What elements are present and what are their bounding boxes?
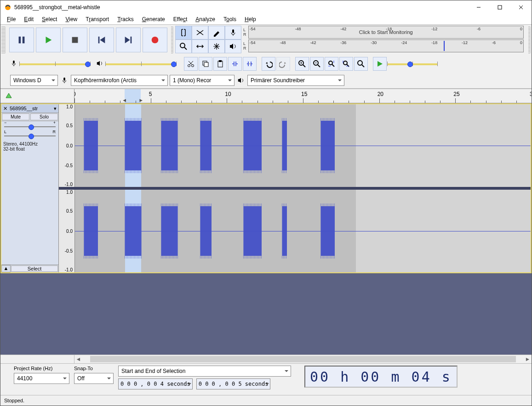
toolbars: LR -54 -48 -42 Click to Start Monitoring… bbox=[0, 24, 532, 89]
ruler-selection: ◄► bbox=[125, 89, 141, 103]
mic-icon bbox=[60, 77, 69, 84]
menu-effect[interactable]: Effect bbox=[170, 15, 191, 23]
paste-button[interactable] bbox=[213, 57, 227, 71]
menu-analyze[interactable]: Analyze bbox=[192, 15, 219, 23]
timeline-ruler[interactable]: ◄► 051015202530 bbox=[0, 89, 532, 103]
pause-button[interactable] bbox=[9, 28, 34, 52]
toolbar-grip[interactable] bbox=[171, 27, 173, 53]
svg-line-37 bbox=[362, 65, 364, 67]
audio-host-select[interactable]: Windows D bbox=[10, 75, 58, 86]
minimize-button[interactable] bbox=[468, 0, 489, 14]
pin-icon[interactable] bbox=[4, 91, 13, 101]
menu-file[interactable]: File bbox=[3, 15, 19, 23]
svg-rect-2 bbox=[498, 6, 502, 9]
window-title: 568995__strongbot__metal-whistle bbox=[14, 4, 468, 11]
play-button[interactable] bbox=[36, 28, 61, 52]
waveform-right[interactable] bbox=[75, 190, 531, 272]
menu-file-label: ile bbox=[10, 16, 16, 23]
track-select-button[interactable]: Select bbox=[11, 265, 58, 272]
selection-start-field[interactable]: 0 0 0 , 0 0 4 seconds bbox=[118, 378, 193, 389]
menu-tools[interactable]: Tools bbox=[220, 15, 240, 23]
scroll-left-button[interactable]: ◄ bbox=[74, 355, 82, 363]
selection-format-select[interactable]: Start and End of Selection bbox=[118, 366, 291, 377]
svg-rect-12 bbox=[131, 37, 132, 44]
recording-volume-slider[interactable] bbox=[19, 60, 91, 68]
menu-tracks[interactable]: Tracks bbox=[114, 15, 137, 23]
redo-button[interactable] bbox=[276, 57, 290, 71]
track-menu-button[interactable]: ▾ bbox=[54, 106, 58, 112]
toolbar-grip[interactable] bbox=[528, 27, 531, 53]
silence-button[interactable] bbox=[243, 57, 257, 71]
svg-point-19 bbox=[192, 65, 194, 67]
playback-meter[interactable]: -54 -48 -42 -36 -30 -24 -18 -12 -6 0 bbox=[248, 39, 524, 52]
toolbar-grip[interactable] bbox=[1, 27, 6, 53]
skip-end-button[interactable] bbox=[116, 28, 141, 52]
tracks-area: ✕ 568995__str ▾ Mute Solo − + bbox=[0, 103, 532, 355]
maximize-button[interactable] bbox=[489, 0, 510, 14]
amplitude-scale-right: 1.0 0.5 0.0 -0.5 -1.0 bbox=[59, 190, 75, 272]
project-rate-select[interactable]: 44100 bbox=[14, 373, 69, 384]
rec-meter-placeholder[interactable]: Click to Start Monitoring bbox=[249, 26, 524, 38]
record-button[interactable] bbox=[143, 28, 167, 52]
mic-meter-icon[interactable] bbox=[225, 26, 241, 39]
playback-volume-slider[interactable] bbox=[105, 60, 177, 68]
menu-help[interactable]: Help bbox=[241, 15, 260, 23]
track-pan-slider[interactable]: L R bbox=[4, 134, 56, 138]
menu-generate[interactable]: Generate bbox=[138, 15, 169, 23]
waveform-left[interactable] bbox=[75, 104, 531, 187]
close-button[interactable] bbox=[510, 0, 532, 14]
undo-button[interactable] bbox=[262, 57, 275, 71]
audio-position-display[interactable]: 00 h 00 m 04 s bbox=[304, 366, 458, 388]
menu-transport[interactable]: Transport bbox=[82, 15, 113, 23]
recording-device-select[interactable]: Kopfhörermikrofon (Arctis bbox=[71, 75, 168, 86]
track-name[interactable]: 568995__str bbox=[9, 106, 54, 111]
svg-rect-21 bbox=[204, 62, 208, 67]
title-bar: 568995__strongbot__metal-whistle bbox=[0, 0, 532, 14]
fit-project-button[interactable] bbox=[339, 57, 353, 71]
menu-select[interactable]: Select bbox=[38, 15, 61, 23]
snap-to-label: Snap-To bbox=[74, 366, 114, 371]
speaker-meter-icon[interactable] bbox=[225, 39, 241, 53]
solo-button[interactable]: Solo bbox=[30, 113, 58, 120]
ruler-tick-label: 20 bbox=[378, 91, 383, 97]
track-format-info: Stereo, 44100Hz 32-bit float bbox=[1, 140, 58, 265]
ruler-tick-label: 5 bbox=[149, 91, 152, 97]
mic-icon bbox=[10, 60, 17, 68]
play-at-speed-button[interactable] bbox=[373, 57, 387, 71]
track-close-button[interactable]: ✕ bbox=[1, 106, 9, 112]
svg-point-36 bbox=[358, 61, 362, 65]
menu-edit[interactable]: Edit bbox=[20, 15, 37, 23]
zoom-toggle-button[interactable] bbox=[354, 57, 368, 71]
envelope-tool[interactable] bbox=[192, 26, 208, 39]
mute-button[interactable]: Mute bbox=[2, 113, 29, 120]
app-icon bbox=[4, 4, 11, 11]
svg-marker-11 bbox=[125, 37, 130, 44]
playback-device-select[interactable]: Primärer Soundtreiber bbox=[247, 75, 344, 86]
menu-view[interactable]: View bbox=[62, 15, 81, 23]
horizontal-scrollbar[interactable]: ◄ ► bbox=[0, 355, 532, 363]
scroll-right-button[interactable]: ► bbox=[524, 355, 532, 363]
zoom-in-button[interactable] bbox=[295, 57, 309, 71]
track-collapse-button[interactable]: ▲ bbox=[1, 265, 11, 272]
fit-selection-button[interactable] bbox=[325, 57, 338, 71]
trim-button[interactable] bbox=[228, 57, 242, 71]
playback-speed-slider[interactable] bbox=[387, 60, 438, 68]
timeshift-tool[interactable] bbox=[192, 39, 208, 53]
copy-button[interactable] bbox=[199, 57, 212, 71]
speaker-icon bbox=[96, 60, 103, 68]
zoom-out-button[interactable] bbox=[310, 57, 324, 71]
selection-tool[interactable] bbox=[175, 26, 192, 39]
zoom-tool[interactable] bbox=[175, 39, 192, 53]
cut-button[interactable] bbox=[184, 57, 198, 71]
recording-meter[interactable]: -54 -48 -42 Click to Start Monitoring -1… bbox=[248, 26, 524, 39]
svg-line-16 bbox=[184, 47, 187, 50]
snap-to-select[interactable]: Off bbox=[74, 373, 114, 384]
multi-tool[interactable] bbox=[208, 39, 225, 53]
skip-start-button[interactable] bbox=[89, 28, 114, 52]
recording-channels-select[interactable]: 1 (Mono) Recor bbox=[170, 75, 235, 86]
track-gain-slider[interactable]: − + bbox=[4, 125, 56, 129]
tools-toolbar bbox=[175, 26, 241, 54]
selection-end-field[interactable]: 0 0 0 , 0 0 5 seconds bbox=[196, 378, 271, 389]
draw-tool[interactable] bbox=[208, 26, 225, 39]
stop-button[interactable] bbox=[63, 28, 87, 52]
